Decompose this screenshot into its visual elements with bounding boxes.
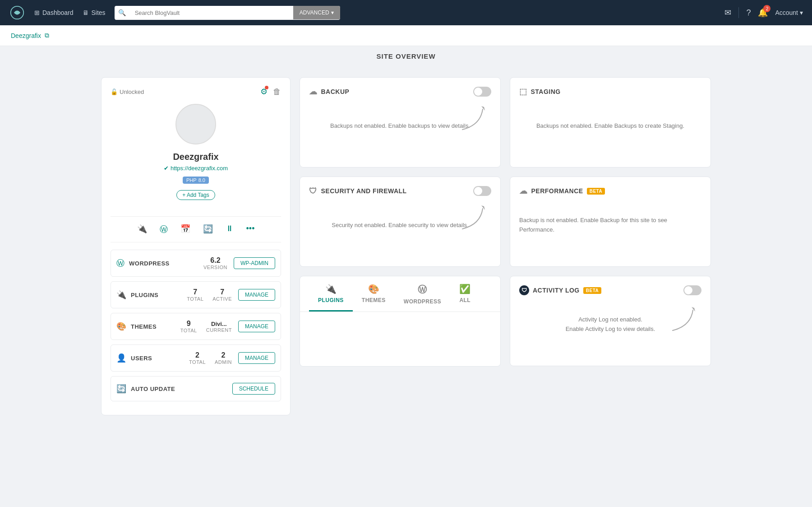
- performance-card-header: ☁ PERFORMANCE BETA: [519, 186, 701, 196]
- themes-row-label: THEMES: [131, 323, 180, 330]
- plugins-row-values: 7 TOTAL 7 ACTIVE: [187, 288, 232, 302]
- performance-title: ☁ PERFORMANCE BETA: [519, 186, 605, 196]
- auto-update-icon: 🔄: [116, 384, 126, 394]
- security-toggle[interactable]: [473, 186, 491, 196]
- php-badge: PHP 8.0: [183, 177, 209, 184]
- site-avatar-wrap: [111, 104, 281, 144]
- backup-arrow: [458, 102, 489, 134]
- account-button[interactable]: Account ▾: [775, 9, 803, 16]
- themes-row: 🎨 THEMES 9 TOTAL Divi... CURRENT MANAGE: [111, 313, 281, 340]
- notification-wrapper: 🔔 2: [758, 8, 768, 18]
- tab-wordpress[interactable]: Ⓦ WORDPRESS: [395, 276, 450, 312]
- wp-admin-button[interactable]: WP-ADMIN: [234, 257, 275, 269]
- plugins-row-label: PLUGINS: [131, 292, 187, 298]
- activity-log-beta-badge: BETA: [583, 287, 601, 294]
- auto-update-schedule-button[interactable]: SCHEDULE: [232, 383, 275, 395]
- users-row-values: 2 TOTAL 2 ADMIN: [189, 351, 232, 365]
- breadcrumb-site-link[interactable]: Deezgrafix: [11, 32, 41, 39]
- tab-plugins-icon: 🔌: [325, 284, 337, 294]
- breadcrumb-bar: Deezgrafix ⧉: [0, 25, 812, 46]
- tab-plugins[interactable]: 🔌 PLUGINS: [309, 276, 353, 312]
- gear-notification-dot: [265, 86, 268, 89]
- activity-log-arrow: [668, 303, 700, 335]
- backup-card-header: ☁ BACKUP: [309, 87, 491, 97]
- tab-wordpress-icon: Ⓦ: [418, 284, 427, 296]
- tab-themes-icon: 🎨: [368, 284, 380, 294]
- tab-all-icon: ✅: [459, 284, 471, 294]
- tags-wrap: + Add Tags: [111, 190, 281, 209]
- chevron-down-icon: ▾: [331, 9, 334, 16]
- users-row-icon: 👤: [116, 353, 126, 363]
- notification-badge: 2: [763, 5, 770, 12]
- plugins-manage-button[interactable]: MANAGE: [238, 289, 275, 301]
- activity-log-icon: 🛡: [519, 285, 529, 295]
- nav-sites[interactable]: 🖥 Sites: [83, 9, 106, 16]
- php-label: PHP: [186, 177, 197, 183]
- site-toolbar: 🔌 Ⓦ 📅 🔄 ⏸ •••: [111, 216, 281, 242]
- php-version-wrap: PHP 8.0: [111, 176, 281, 187]
- site-card: 🔓 Unlocked ⚙ 🗑 Deezgrafix ✔ https://deez…: [101, 77, 291, 415]
- wordpress-row-label: WORDPRESS: [129, 260, 203, 267]
- backup-toggle[interactable]: [473, 87, 491, 97]
- search-icon: 🔍: [115, 9, 129, 16]
- page-title: SITE OVERVIEW: [0, 46, 812, 66]
- performance-icon: ☁: [519, 186, 528, 196]
- nav-dashboard[interactable]: ⊞ Dashboard: [34, 9, 74, 16]
- main-content: 🔓 Unlocked ⚙ 🗑 Deezgrafix ✔ https://deez…: [90, 66, 722, 426]
- svg-marker-3: [692, 307, 695, 312]
- navbar: ⊞ Dashboard 🖥 Sites 🔍 ADVANCED ▾ ✉ ? 🔔 2…: [0, 0, 812, 25]
- middle-col: ☁ BACKUP Backups not enabled. Enable bac…: [300, 77, 501, 367]
- wordpress-toolbar-icon[interactable]: Ⓦ: [160, 224, 168, 235]
- tab-all[interactable]: ✅ ALL: [450, 276, 480, 312]
- plugins-active-block: 7 ACTIVE: [212, 288, 232, 302]
- updates-tabs: 🔌 PLUGINS 🎨 THEMES Ⓦ WORDPRESS ✅ ALL: [300, 276, 500, 312]
- themes-total-block: 9 TOTAL: [180, 320, 197, 333]
- search-input[interactable]: [129, 6, 293, 20]
- add-tags-button[interactable]: + Add Tags: [176, 190, 215, 200]
- dashboard-icon: ⊞: [34, 9, 40, 16]
- plugins-row: 🔌 PLUGINS 7 TOTAL 7 ACTIVE MANAGE: [111, 281, 281, 308]
- help-icon[interactable]: ?: [746, 8, 751, 18]
- nav-divider: [738, 7, 739, 18]
- check-icon: ✔: [164, 165, 169, 172]
- tab-themes[interactable]: 🎨 THEMES: [353, 276, 395, 312]
- mail-icon[interactable]: ✉: [724, 8, 731, 18]
- plugin-toolbar-icon[interactable]: 🔌: [137, 224, 147, 235]
- svg-marker-1: [481, 106, 485, 111]
- users-manage-button[interactable]: MANAGE: [238, 352, 275, 364]
- security-title: 🛡 SECURITY AND FIREWALL: [309, 186, 407, 196]
- plugins-row-icon: 🔌: [116, 290, 126, 300]
- svg-marker-2: [481, 205, 485, 210]
- themes-manage-button[interactable]: MANAGE: [238, 321, 275, 332]
- staging-icon: ⬚: [519, 87, 527, 97]
- search-bar: 🔍 ADVANCED ▾: [115, 6, 340, 20]
- more-toolbar-icon[interactable]: •••: [246, 224, 255, 235]
- site-name: Deezgrafix: [111, 152, 281, 162]
- monitor-icon: 🖥: [83, 9, 89, 16]
- navbar-right: ✉ ? 🔔 2 Account ▾: [724, 7, 803, 18]
- trash-icon[interactable]: 🗑: [273, 87, 281, 97]
- security-card-header: 🛡 SECURITY AND FIREWALL: [309, 186, 491, 196]
- site-url: ✔ https://deezgrafix.com: [111, 165, 281, 172]
- refresh-toolbar-icon[interactable]: 🔄: [203, 224, 213, 235]
- plugins-total-block: 7 TOTAL: [187, 288, 203, 302]
- themes-row-icon: 🎨: [116, 321, 126, 331]
- logo[interactable]: [9, 5, 25, 21]
- security-icon: 🛡: [309, 186, 318, 196]
- staging-card: ⬚ STAGING Backups not enabled. Enable Ba…: [510, 77, 711, 167]
- backup-icon: ☁: [309, 87, 318, 97]
- account-chevron-icon: ▾: [800, 9, 803, 16]
- pause-toolbar-icon[interactable]: ⏸: [226, 224, 234, 235]
- backup-title: ☁ BACKUP: [309, 87, 349, 97]
- calendar-toolbar-icon[interactable]: 📅: [180, 224, 190, 235]
- users-admin-block: 2 ADMIN: [215, 351, 232, 365]
- performance-card: ☁ PERFORMANCE BETA Backup is not enabled…: [510, 177, 711, 267]
- activity-log-title: 🛡 ACTIVITY LOG BETA: [519, 285, 601, 295]
- activity-log-toggle[interactable]: [683, 285, 701, 295]
- right-col: ⬚ STAGING Backups not enabled. Enable Ba…: [510, 77, 711, 367]
- activity-log-header: 🛡 ACTIVITY LOG BETA: [519, 285, 701, 295]
- auto-update-label: AUTO UPDATE: [131, 386, 232, 392]
- themes-row-values: 9 TOTAL Divi... CURRENT: [180, 320, 232, 333]
- advanced-button[interactable]: ADVANCED ▾: [293, 6, 340, 19]
- staging-card-header: ⬚ STAGING: [519, 87, 701, 97]
